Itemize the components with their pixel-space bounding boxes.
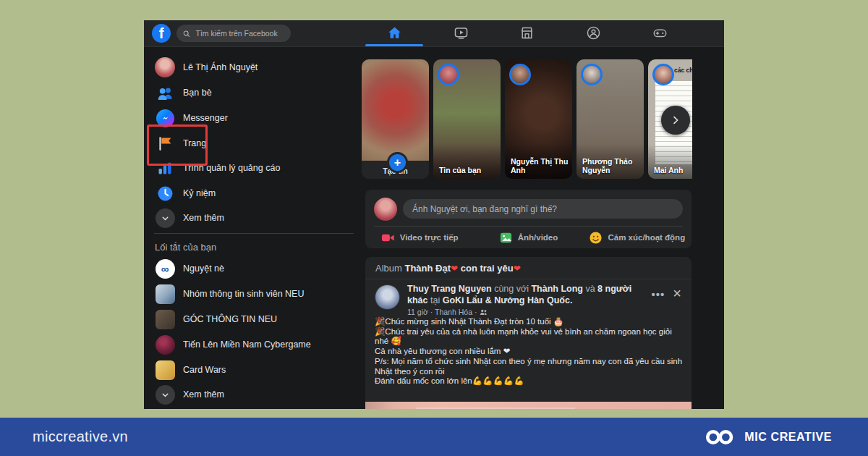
post-composer: Ánh Nguyệt ơi, bạn đang nghĩ gì thế? Vid… [365,190,692,248]
album-divider [365,279,692,279]
stories-next-button[interactable] [661,106,690,135]
sidebar-item-profile[interactable]: Lê Thị Ánh Nguyệt [150,55,357,80]
shortcut-avatar [156,310,175,329]
story-overlay-text: các chị [674,67,692,74]
brand-name: MIC CREATIVE [744,431,832,444]
post-body: 🎉Chúc mừng sinh Nhật Thành Đạt tròn 10 t… [375,317,684,387]
feed-post: Album Thành Đạt❤ con trai yêu❤ Thuy Tran… [365,257,692,409]
top-bar: f [144,20,724,47]
post-author-avatar[interactable] [375,284,400,310]
shortcut-avatar [156,360,175,380]
heart-icon: ❤ [451,263,458,274]
feeling-activity-button[interactable]: Cảm xúc/hoạt động [583,227,692,248]
search-icon [183,30,190,38]
facebook-screenshot: f Lê Thị Ánh Nguy [144,20,724,409]
shortcut-label: GÓC THÔNG TIN NEU [183,314,277,324]
footer-bar: miccreative.vn MIC CREATIVE [0,418,868,456]
stories-carousel: + Tạo tin Tin của bạn Nguyễn Thị Thu Anh… [362,59,692,179]
post-close-button[interactable]: × [669,285,685,301]
shortcut-label: Xem thêm [183,389,224,400]
post-meta: 11 giờ · Thanh Hóa · [407,308,488,316]
post-author-name[interactable]: Thuy Trang Nguyen [407,284,492,294]
sidebar-divider [154,233,354,234]
tab-marketplace[interactable] [498,20,556,46]
post-menu-button[interactable]: ••• [649,288,668,300]
story-own[interactable]: Tin của bạn [433,59,501,179]
brand-lockup: MIC CREATIVE [704,418,832,456]
story-avatar [509,64,531,85]
chevron-down-icon [156,208,175,228]
tab-gaming[interactable] [631,20,689,46]
shortcut-item[interactable]: Card Wars [150,358,357,382]
story-avatar [581,64,603,85]
story-create[interactable]: + Tạo tin [362,59,429,179]
active-tab-underline [365,44,423,46]
groups-icon [586,25,601,41]
post-photo[interactable] [365,402,692,409]
shortcut-label: Tiến Lên Miền Nam Cybergame [183,339,311,350]
home-icon [387,25,402,41]
tagged-place[interactable]: GoKi Lẩu & Nướng Hàn Quốc. [443,295,573,305]
story-label: Phương Thảo Nguyễn [582,157,644,174]
shortcuts-header: Lối tắt của bạn [155,242,216,253]
website-url: miccreative.vn [33,418,128,456]
photo-video-button[interactable]: Ảnh/video [474,227,582,248]
facebook-logo[interactable]: f [152,24,171,43]
memories-icon [156,185,174,203]
avatar [155,57,175,77]
shortcut-label: Card Wars [183,365,226,375]
sidebar-item-memories[interactable]: Kỷ niệm [150,181,357,206]
story-label: Nguyễn Thị Thu Anh [511,157,572,174]
album-title: Album Thành Đạt❤ con trai yêu❤ [375,263,679,274]
story-friend-1[interactable]: Nguyễn Thị Thu Anh [505,59,572,179]
shortcut-item[interactable]: GÓC THÔNG TIN NEU [150,307,357,332]
shortcut-label: Nguyệt nè [183,263,224,274]
sidebar-item-label: Messenger [183,113,228,123]
photo-video-icon [499,231,513,245]
shortcut-label: Nhóm thông tin sinh viên NEU [183,289,304,299]
shortcut-item[interactable]: ∞ Nguyệt nè [150,256,357,281]
sidebar-item-see-more[interactable]: Xem thêm [150,206,357,230]
post-header: Thuy Trang Nguyen cùng với Thành Long và… [407,284,646,306]
story-friend-2[interactable]: Phương Thảo Nguyễn [576,59,644,179]
chevron-right-icon [670,114,681,126]
gaming-icon [652,25,668,41]
sidebar-item-label: Kỷ niệm [183,188,216,198]
highlight-box-pages [147,124,208,166]
shortcut-avatar: ∞ [156,259,175,279]
tab-home[interactable] [365,20,423,46]
tab-groups[interactable] [564,20,622,46]
tagged-friend[interactable]: Thành Long [531,284,583,294]
friends-privacy-icon [480,308,488,316]
sidebar-item-label: Bạn bè [183,88,212,98]
search-input[interactable] [194,28,284,38]
story-label: Mai Anh [654,166,683,174]
promo-canvas: f Lê Thị Ánh Nguy [0,0,868,456]
tab-watch[interactable] [432,20,490,46]
sidebar-item-label: Xem thêm [183,213,224,223]
story-avatar [438,64,459,85]
shortcut-item[interactable]: Tiến Lên Miền Nam Cybergame [150,332,357,357]
plus-icon[interactable]: + [387,152,408,173]
sidebar-item-label: Lê Thị Ánh Nguyệt [183,62,258,72]
composer-avatar[interactable] [374,198,397,221]
shortcut-item[interactable]: Nhóm thông tin sinh viên NEU [150,282,357,306]
story-avatar [652,64,674,85]
search-bar[interactable] [176,25,291,42]
feeling-activity-icon [589,231,603,245]
shortcut-avatar [156,284,175,304]
friends-icon [156,84,174,102]
shortcut-see-more[interactable]: Xem thêm [150,382,357,407]
story-label: Tin của bạn [439,166,481,174]
marketplace-icon [519,25,535,41]
heart-icon: ❤ [514,263,521,274]
composer-input[interactable]: Ánh Nguyệt ơi, bạn đang nghĩ gì thế? [403,199,683,219]
watch-icon [454,25,469,41]
live-video-button[interactable]: Video trực tiếp [365,227,474,248]
shortcut-avatar [156,335,175,355]
sidebar-item-friends[interactable]: Bạn bè [150,80,357,105]
live-video-icon [381,231,395,245]
chevron-down-icon [156,385,175,405]
story-photo [362,59,429,161]
mic-creative-logo-icon [704,427,737,447]
